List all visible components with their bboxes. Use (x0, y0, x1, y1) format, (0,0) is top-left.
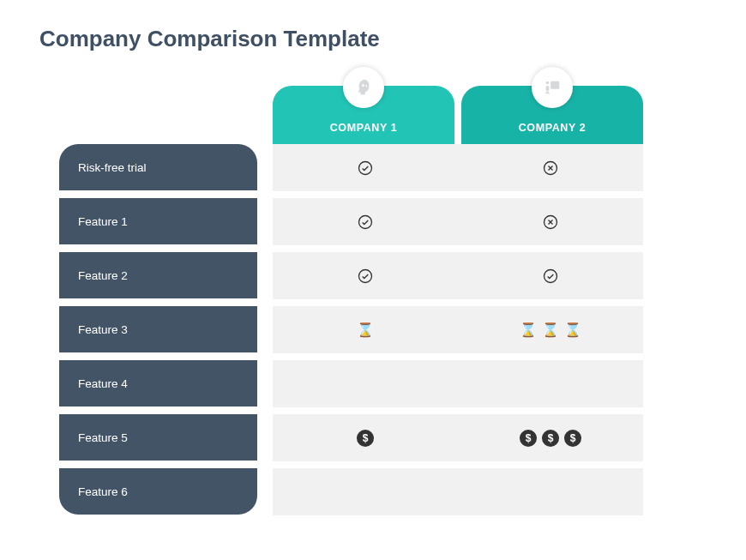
cell-company-2 (458, 468, 643, 515)
feature-label: Feature 2 (59, 252, 257, 298)
cell-company-1 (273, 468, 458, 515)
check-icon (357, 160, 374, 177)
page-title: Company Comparison Template (39, 26, 380, 52)
cell-company-1 (273, 360, 458, 407)
cell-company-1 (273, 144, 458, 191)
svg-point-0 (546, 81, 550, 85)
column-header-label: COMPANY 1 (330, 122, 398, 134)
table-row (273, 360, 643, 407)
hourglass-icon: ⌛ (357, 323, 374, 337)
dollar-icon: $ (520, 430, 537, 447)
feature-label: Feature 4 (59, 360, 257, 406)
dollar-icon: $ (542, 430, 559, 447)
cell-company-1: $ (273, 414, 458, 461)
table-row (273, 468, 643, 515)
dollar-icon: $ (357, 430, 374, 447)
table-row: ⌛ ⌛⌛⌛ (273, 306, 643, 353)
table-row (273, 252, 643, 299)
cell-company-2: ⌛⌛⌛ (458, 306, 643, 353)
cross-icon (542, 214, 559, 231)
cell-company-1 (273, 252, 458, 299)
svg-point-5 (359, 269, 372, 282)
svg-point-3 (359, 215, 372, 228)
dollar-icon: $ (564, 430, 581, 447)
check-icon (357, 268, 374, 285)
hourglass-icon: ⌛ (564, 323, 581, 337)
svg-point-1 (359, 161, 372, 174)
cross-icon (542, 160, 559, 177)
presenter-icon (532, 67, 573, 108)
head-gear-icon (343, 67, 384, 108)
feature-label: Risk-free trial (59, 144, 257, 190)
cell-company-2 (458, 360, 643, 407)
hourglass-icon: ⌛ (542, 323, 559, 337)
svg-point-6 (544, 269, 557, 282)
cell-company-2 (458, 198, 643, 245)
feature-label: Feature 1 (59, 198, 257, 244)
check-icon (357, 214, 374, 231)
cell-company-2 (458, 144, 643, 191)
table-row: $ $$$ (273, 414, 643, 461)
feature-label: Feature 6 (59, 468, 257, 515)
cell-company-1: ⌛ (273, 306, 458, 353)
cell-company-2 (458, 252, 643, 299)
table-row (273, 144, 643, 191)
cell-company-2: $$$ (458, 414, 643, 461)
feature-label: Feature 5 (59, 414, 257, 461)
hourglass-icon: ⌛ (520, 323, 537, 337)
feature-label: Feature 3 (59, 306, 257, 352)
table-row (273, 198, 643, 245)
check-icon (542, 268, 559, 285)
column-header-label: COMPANY 2 (519, 122, 587, 134)
cell-company-1 (273, 198, 458, 245)
